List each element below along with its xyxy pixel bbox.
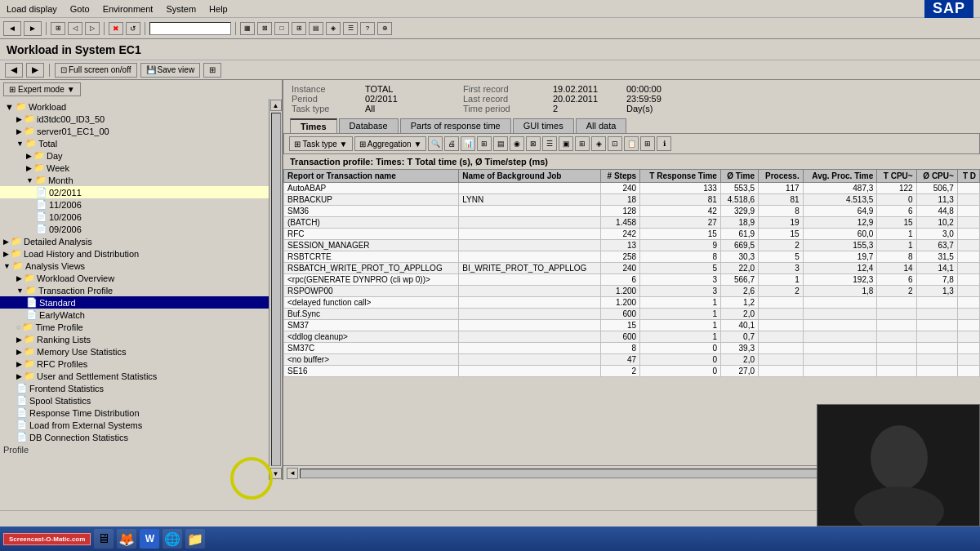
table-row[interactable]: RFC2421561,91560,013,0 bbox=[284, 229, 980, 240]
ct-btn-8[interactable]: ☰ bbox=[542, 136, 557, 151]
tab-alldata[interactable]: All data bbox=[576, 118, 627, 133]
task-type-btn[interactable]: ⊞ Task type ▼ bbox=[289, 136, 353, 151]
table-row[interactable]: BRBACKUPLYNN18814.518,6814.513,5011,3 bbox=[284, 194, 980, 206]
expert-mode-dropdown[interactable]: ⊞ Expert mode ▼ bbox=[3, 82, 81, 96]
nav-btn-3[interactable]: ▷ bbox=[85, 22, 100, 35]
save-view-btn[interactable]: 💾 Save view bbox=[140, 63, 201, 78]
icon-btn-e[interactable]: ▤ bbox=[309, 22, 323, 35]
extra-btn[interactable]: ⊞ bbox=[203, 63, 221, 78]
ct-btn-12[interactable]: ⊡ bbox=[608, 136, 622, 151]
ct-btn-7[interactable]: ⊠ bbox=[526, 136, 541, 151]
tree-item-transaction-profile[interactable]: ▼ 📁 Transaction Profile bbox=[0, 284, 269, 296]
icon-btn-b[interactable]: ⊠ bbox=[257, 22, 272, 35]
aggregation-btn[interactable]: ⊞ Aggregation ▼ bbox=[354, 136, 427, 151]
tree-item-frontend[interactable]: 📄 Frontend Statistics bbox=[0, 382, 269, 394]
ct-btn-5[interactable]: ▤ bbox=[493, 136, 508, 151]
table-row[interactable]: <ddlog cleanup>60010,7 bbox=[284, 331, 980, 343]
tree-item-load-external[interactable]: 📄 Load from External Systems bbox=[0, 419, 269, 431]
address-bar[interactable] bbox=[149, 22, 231, 35]
icon-btn-a[interactable]: ▦ bbox=[240, 22, 255, 35]
ct-btn-14[interactable]: ⊞ bbox=[640, 136, 655, 151]
tree-item-time-profile[interactable]: ○ 📁 Time Profile bbox=[0, 321, 269, 333]
nav-btn-1[interactable]: ⊞ bbox=[51, 22, 65, 35]
tab-database[interactable]: Database bbox=[339, 118, 399, 133]
icon-btn-f[interactable]: ◈ bbox=[326, 22, 341, 35]
reload-btn[interactable]: ↺ bbox=[126, 22, 140, 35]
screencast-brand[interactable]: Screencast-O-Matic.com bbox=[3, 533, 91, 545]
table-row[interactable]: AutoABAP240133553,5117487,3122506,7 bbox=[284, 183, 980, 194]
menu-goto[interactable]: Goto bbox=[70, 4, 90, 14]
scroll-up-btn[interactable]: ▲ bbox=[270, 100, 282, 111]
table-row[interactable]: SM3612842329,9864,9644,8 bbox=[284, 206, 980, 217]
tree-item-workload-overview[interactable]: ▶ 📁 Workload Overview bbox=[0, 272, 269, 284]
tree-item-server[interactable]: ▶ 📁 server01_EC1_00 bbox=[0, 125, 269, 137]
tree-item-02-2011[interactable]: 📄 02/2011 bbox=[0, 186, 269, 198]
table-row[interactable]: <rpc(GENERATE DYNPRO (cli wp 0))>63566,7… bbox=[284, 274, 980, 286]
ct-btn-9[interactable]: ▣ bbox=[559, 136, 573, 151]
table-row[interactable]: SESSION_MANAGER139669,52155,3163,7 bbox=[284, 240, 980, 251]
next-btn[interactable]: ► bbox=[26, 63, 44, 78]
tree-item-ranking[interactable]: ▶ 📁 Ranking Lists bbox=[0, 333, 269, 345]
table-row[interactable]: <no buffer>4702,0 bbox=[284, 354, 980, 366]
menu-load-display[interactable]: Load display bbox=[7, 4, 57, 14]
ct-btn-3[interactable]: 📊 bbox=[461, 136, 475, 151]
nav-btn-2[interactable]: ◁ bbox=[68, 22, 82, 35]
tree-item-response-dist[interactable]: 📄 Response Time Distribution bbox=[0, 407, 269, 419]
tree-item-earlywatch[interactable]: 📄 EarlyWatch bbox=[0, 309, 269, 321]
table-row[interactable]: RSPOWP001.20032,621,821,3 bbox=[284, 286, 980, 297]
taskbar-icon-windows[interactable]: 🖥 bbox=[94, 529, 114, 549]
tree-item-load-hist[interactable]: ▶ 📁 Load History and Distribution bbox=[0, 247, 269, 260]
forward-button[interactable]: ► bbox=[24, 21, 42, 36]
ct-btn-6[interactable]: ◉ bbox=[510, 136, 524, 151]
table-row[interactable]: RSBATCH_WRITE_PROT_TO_APPLLOGBI_WRITE_PR… bbox=[284, 263, 980, 274]
ct-btn-11[interactable]: ◈ bbox=[591, 136, 606, 151]
tree-item-rfc[interactable]: ▶ 📁 RFC Profiles bbox=[0, 358, 269, 370]
tree-item-detailed[interactable]: ▶ 📁 Detailed Analysis bbox=[0, 235, 269, 247]
scroll-down-btn[interactable]: ▼ bbox=[270, 468, 282, 479]
menu-system[interactable]: System bbox=[166, 4, 196, 14]
tree-item-11-2006[interactable]: 📄 11/2006 bbox=[0, 198, 269, 211]
taskbar-icon-word[interactable]: W bbox=[140, 529, 159, 549]
menu-help[interactable]: Help bbox=[209, 4, 228, 14]
tree-container[interactable]: ▼ 📁 Workload ▶ 📁 id3tdc00_ID3_50 ▶ 📁 ser… bbox=[0, 99, 269, 480]
tree-item-total[interactable]: ▼ 📁 Total bbox=[0, 137, 269, 149]
icon-btn-i[interactable]: ⊕ bbox=[377, 22, 392, 35]
menu-environment[interactable]: Environment bbox=[103, 4, 154, 14]
tab-gui[interactable]: GUI times bbox=[513, 118, 574, 133]
tree-item-memory[interactable]: ▶ 📁 Memory Use Statistics bbox=[0, 345, 269, 358]
ct-btn-4[interactable]: ⊞ bbox=[477, 136, 492, 151]
table-row[interactable]: SM37C8039,3 bbox=[284, 343, 980, 354]
ct-btn-15[interactable]: ℹ bbox=[657, 136, 671, 151]
icon-btn-g[interactable]: ☰ bbox=[343, 22, 358, 35]
ct-btn-13[interactable]: 📋 bbox=[624, 136, 639, 151]
tree-item-month[interactable]: ▼ 📁 Month bbox=[0, 174, 269, 186]
taskbar-icon-firefox[interactable]: 🦊 bbox=[117, 529, 136, 549]
taskbar-icon-folder[interactable]: 📁 bbox=[185, 529, 205, 549]
tab-parts[interactable]: Parts of response time bbox=[400, 118, 511, 133]
table-row[interactable]: Buf.Sync60012,0 bbox=[284, 309, 980, 320]
back-button[interactable]: ◄ bbox=[3, 21, 21, 36]
scroll-left-btn[interactable]: ◄ bbox=[287, 468, 298, 479]
tree-item-workload[interactable]: ▼ 📁 Workload bbox=[0, 100, 269, 113]
tree-item-db-connection[interactable]: 📄 DB Connection Statistics bbox=[0, 431, 269, 443]
tab-times[interactable]: Times bbox=[290, 118, 337, 133]
ct-btn-1[interactable]: 🔍 bbox=[428, 136, 443, 151]
icon-btn-c[interactable]: □ bbox=[274, 22, 289, 35]
tree-item-id3[interactable]: ▶ 📁 id3tdc00_ID3_50 bbox=[0, 113, 269, 125]
ct-btn-2[interactable]: 🖨 bbox=[444, 136, 459, 151]
fullscreen-btn[interactable]: ⊡ Full screen on/off bbox=[55, 63, 137, 78]
tree-item-spool[interactable]: 📄 Spool Statistics bbox=[0, 394, 269, 407]
ct-btn-10[interactable]: ⊞ bbox=[575, 136, 590, 151]
icon-btn-h[interactable]: ? bbox=[360, 22, 375, 35]
tree-item-10-2006[interactable]: 📄 10/2006 bbox=[0, 211, 269, 223]
tree-item-analysis[interactable]: ▼ 📁 Analysis Views bbox=[0, 260, 269, 272]
taskbar-icon-chrome[interactable]: 🌐 bbox=[163, 529, 182, 549]
stop-btn[interactable]: ✖ bbox=[109, 22, 123, 35]
tree-item-user-settlement[interactable]: ▶ 📁 User and Settlement Statistics bbox=[0, 370, 269, 382]
icon-btn-d[interactable]: ⊞ bbox=[292, 22, 306, 35]
table-row[interactable]: (BATCH)1.4582718,91912,91510,2 bbox=[284, 217, 980, 229]
tree-item-week[interactable]: ▶ 📁 Week bbox=[0, 162, 269, 174]
prev-btn[interactable]: ◄ bbox=[5, 63, 23, 78]
table-row[interactable]: SM3715140,1 bbox=[284, 320, 980, 331]
table-row[interactable]: RSBTCRTE258830,3519,7831,5 bbox=[284, 251, 980, 263]
